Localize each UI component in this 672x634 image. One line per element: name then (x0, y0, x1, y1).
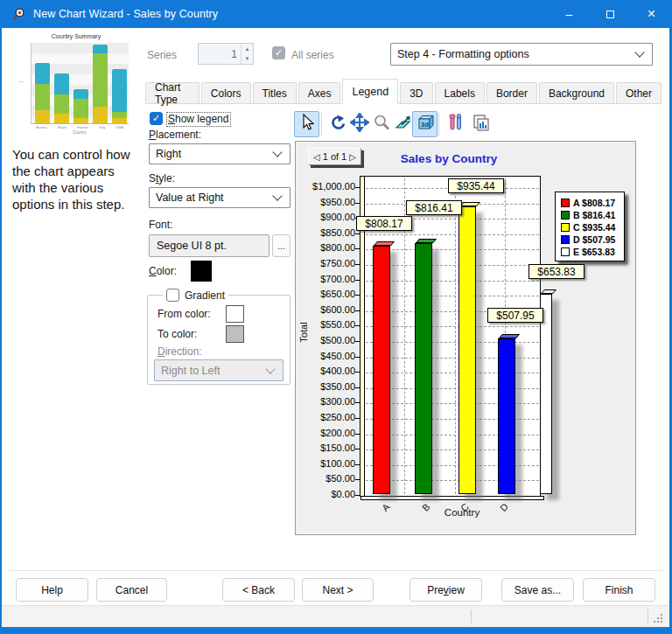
maximize-icon[interactable] (590, 0, 631, 28)
to-color-swatch[interactable] (226, 325, 244, 343)
threed-icon: 3d (416, 113, 435, 136)
tab-chart-type[interactable]: Chart Type (145, 82, 200, 103)
y-axis-tick-label: $100.00 (298, 458, 355, 469)
series-value: 1 (199, 48, 241, 60)
cancel-button[interactable]: Cancel (96, 578, 167, 602)
tab-axes[interactable]: Axes (298, 82, 341, 103)
depth-icon (394, 113, 413, 136)
y-axis-tick (355, 233, 360, 234)
style-select[interactable]: Value at Right (149, 187, 290, 208)
all-series-label: All series (291, 49, 334, 61)
y-axis-tick (355, 479, 360, 480)
save-as-button[interactable]: Save as... (501, 578, 574, 602)
thumbnail-bar-segment (54, 73, 69, 94)
toolbar-separator (438, 113, 439, 136)
y-axis-tick-label: $250.00 (298, 412, 355, 422)
value-label-b: $816.41 (406, 200, 462, 215)
thumbnail-x-axis-title: Country (31, 130, 129, 135)
thumbnail-bar-segment (35, 110, 50, 123)
y-axis-tick-label: $200.00 (298, 428, 355, 438)
chevron-down-icon (272, 147, 282, 157)
legend-entry-label: C $935.44 (573, 222, 615, 233)
chart-title: Sales by Country (348, 152, 550, 165)
tab-other[interactable]: Other (616, 82, 662, 103)
direction-select[interactable]: Right to Left (154, 359, 284, 381)
thumbnail-bar (112, 69, 127, 123)
bar-b[interactable] (415, 243, 432, 494)
legend-entry: A $808.17 (561, 197, 620, 208)
y-axis-tick (355, 387, 360, 388)
resize-grip[interactable] (661, 621, 662, 623)
all-series-checkbox[interactable]: ✓ (272, 46, 285, 59)
show-legend-label[interactable]: Show legend (167, 113, 230, 126)
tab-legend[interactable]: Legend (342, 79, 398, 104)
y-axis-tick-label: $0.00 (298, 489, 355, 499)
gradient-checkbox[interactable] (166, 289, 179, 302)
legend-swatch (561, 211, 570, 219)
y-axis-tick (355, 187, 360, 188)
finish-button[interactable]: Finish (583, 578, 655, 602)
bar-d[interactable] (498, 338, 515, 494)
y-axis-tick-label: $550.00 (298, 319, 355, 330)
show-legend-checkbox[interactable]: ✓ (150, 112, 163, 125)
chevron-down-icon (272, 191, 282, 200)
spinner-down-icon[interactable]: ▼ (242, 54, 253, 65)
close-icon[interactable]: × (631, 0, 672, 28)
tab-colors[interactable]: Colors (201, 82, 251, 103)
next-button[interactable]: Next > (302, 578, 374, 602)
thumbnail-bar (93, 45, 108, 123)
undo-icon (328, 113, 347, 136)
window-bottom-border (0, 627, 672, 634)
wizard-step-selector[interactable]: Step 4 - Formatting options (390, 43, 653, 66)
font-button[interactable]: Segoe UI 8 pt. (149, 234, 270, 257)
bar-e[interactable] (540, 294, 552, 494)
pointer-tool-button[interactable] (294, 111, 319, 137)
placement-select[interactable]: Right (149, 143, 290, 164)
y-axis-tick-label: $50.00 (298, 473, 355, 484)
tab-labels[interactable]: Labels (435, 82, 485, 103)
thumbnail-chart: Country Summary AustriaBrazilFranceItaly… (19, 31, 133, 140)
style-label: Style: (149, 172, 175, 185)
y-axis-tick (355, 495, 360, 496)
minimize-icon[interactable]: – (549, 0, 590, 28)
legend-swatch (561, 199, 570, 207)
y-axis-tick-label: $350.00 (298, 381, 355, 392)
thumbnail-bar-segment (112, 69, 127, 112)
direction-value: Right to Left (155, 365, 267, 377)
help-button[interactable]: Help (16, 578, 88, 602)
thumbnail-bar-segment (54, 114, 69, 123)
series-label: Series (147, 49, 177, 61)
y-axis-tick (355, 449, 360, 449)
thumbnail-chart-title: Country Summary (19, 33, 133, 39)
tab-border[interactable]: Border (486, 82, 537, 103)
tab-titles[interactable]: Titles (253, 82, 297, 103)
thumbnail-bar-segment (35, 84, 50, 110)
y-axis-tick-label: $450.00 (298, 351, 355, 361)
font-more-button[interactable]: ... (272, 234, 290, 257)
y-axis-tick (355, 402, 360, 403)
to-color-label: To color: (158, 328, 197, 340)
wizard-step-description: You can control how the chart appears wi… (12, 147, 139, 213)
legend-color-swatch[interactable] (191, 261, 212, 282)
legend-entry: C $935.44 (561, 221, 620, 233)
chevron-down-icon (265, 364, 275, 373)
y-axis-tick (355, 325, 360, 326)
tools-tool-button[interactable] (443, 111, 468, 137)
tab-3d[interactable]: 3D (400, 82, 432, 103)
spinner-up-icon[interactable]: ▲ (242, 44, 253, 54)
gallery-tool-button[interactable] (468, 111, 494, 137)
back-button[interactable]: < Back (222, 578, 295, 602)
preview-button[interactable]: Preview (410, 578, 482, 602)
chart-legend[interactable]: A $808.17B $816.41C $935.44D $507.95E $6… (555, 192, 625, 261)
tab-background[interactable]: Background (539, 82, 614, 103)
y-axis-tick-label: $800.00 (298, 242, 355, 253)
bar-c[interactable] (458, 206, 476, 494)
from-color-swatch[interactable] (226, 305, 244, 323)
thumbnail-x-tick-label: France (77, 125, 88, 129)
bar-a[interactable] (373, 246, 390, 494)
legend-entry-label: B $816.41 (573, 210, 615, 220)
threed-tool-button[interactable]: 3d (412, 111, 438, 137)
series-spinner[interactable]: 1 ▲ ▼ (198, 43, 254, 65)
y-axis-tick (355, 203, 360, 204)
pager-prev-icon[interactable]: ◁ (313, 152, 320, 162)
